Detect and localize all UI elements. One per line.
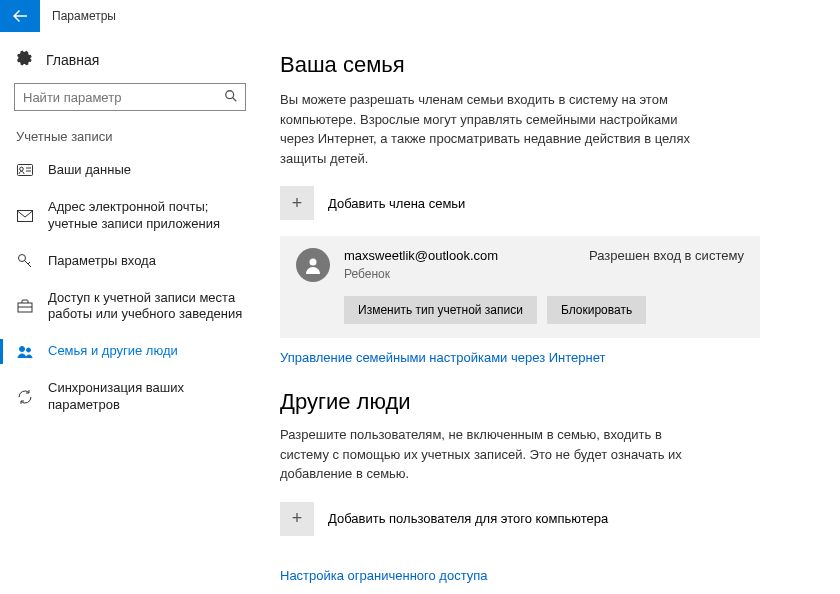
sidebar-item-signin-options[interactable]: Параметры входа xyxy=(0,243,260,280)
sidebar-item-work-access[interactable]: Доступ к учетной записи места работы или… xyxy=(0,280,260,334)
family-description: Вы можете разрешать членам семьи входить… xyxy=(280,90,700,168)
svg-line-1 xyxy=(233,97,237,101)
home-label: Главная xyxy=(46,52,99,68)
search-box[interactable] xyxy=(14,83,246,111)
svg-point-7 xyxy=(19,255,26,262)
family-heading: Ваша семья xyxy=(280,52,800,78)
other-people-heading: Другие люди xyxy=(280,389,800,415)
sidebar-nav: Ваши данные Адрес электронной почты; уче… xyxy=(0,152,260,424)
svg-point-0 xyxy=(226,90,234,98)
key-icon xyxy=(16,253,34,269)
people-icon xyxy=(16,345,34,359)
plus-icon: + xyxy=(280,502,314,536)
avatar xyxy=(296,248,330,282)
change-account-type-button[interactable]: Изменить тип учетной записи xyxy=(344,296,537,324)
manage-family-online-link[interactable]: Управление семейными настройками через И… xyxy=(280,350,605,365)
home-link[interactable]: Главная xyxy=(0,42,260,77)
other-people-description: Разрешите пользователям, не включенным в… xyxy=(280,425,700,484)
sync-icon xyxy=(16,389,34,405)
arrow-left-icon xyxy=(12,8,28,24)
svg-rect-6 xyxy=(18,210,33,221)
sidebar-item-label: Синхронизация ваших параметров xyxy=(48,380,244,414)
window-title: Параметры xyxy=(52,9,116,23)
svg-point-14 xyxy=(310,259,317,266)
back-button[interactable] xyxy=(0,0,40,32)
member-status: Разрешен вход в систему xyxy=(589,248,744,263)
svg-point-13 xyxy=(27,348,31,352)
sidebar-item-email-accounts[interactable]: Адрес электронной почты; учетные записи … xyxy=(0,189,260,243)
mail-icon xyxy=(16,210,34,222)
sidebar-section-title: Учетные записи xyxy=(0,115,260,152)
block-button[interactable]: Блокировать xyxy=(547,296,646,324)
id-card-icon xyxy=(16,164,34,176)
sidebar-item-family[interactable]: Семья и другие люди xyxy=(0,333,260,370)
sidebar-item-label: Доступ к учетной записи места работы или… xyxy=(48,290,244,324)
gear-icon xyxy=(16,50,32,69)
svg-point-12 xyxy=(20,346,25,351)
sidebar-item-label: Адрес электронной почты; учетные записи … xyxy=(48,199,244,233)
family-member-card: maxsweetlik@outlook.com Разрешен вход в … xyxy=(280,236,760,338)
plus-icon: + xyxy=(280,186,314,220)
add-other-label: Добавить пользователя для этого компьюте… xyxy=(328,511,608,526)
member-email: maxsweetlik@outlook.com xyxy=(344,248,498,263)
search-icon xyxy=(217,89,245,106)
sidebar-item-label: Семья и другие люди xyxy=(48,343,178,360)
svg-line-9 xyxy=(28,262,30,264)
sidebar: Главная Учетные записи Ваши данные xyxy=(0,32,260,594)
add-other-user-button[interactable]: + Добавить пользователя для этого компью… xyxy=(280,502,800,536)
content-pane: Ваша семья Вы можете разрешать членам се… xyxy=(260,32,840,594)
add-family-label: Добавить члена семьи xyxy=(328,196,465,211)
add-family-member-button[interactable]: + Добавить члена семьи xyxy=(280,186,800,220)
sidebar-item-sync[interactable]: Синхронизация ваших параметров xyxy=(0,370,260,424)
assigned-access-link[interactable]: Настройка ограниченного доступа xyxy=(280,568,488,583)
person-icon xyxy=(303,255,323,275)
titlebar: Параметры xyxy=(0,0,840,32)
sidebar-item-label: Ваши данные xyxy=(48,162,131,179)
sidebar-item-your-info[interactable]: Ваши данные xyxy=(0,152,260,189)
sidebar-item-label: Параметры входа xyxy=(48,253,156,270)
briefcase-icon xyxy=(16,299,34,313)
search-input[interactable] xyxy=(15,90,217,105)
svg-point-3 xyxy=(20,168,24,172)
member-role: Ребенок xyxy=(344,267,744,281)
